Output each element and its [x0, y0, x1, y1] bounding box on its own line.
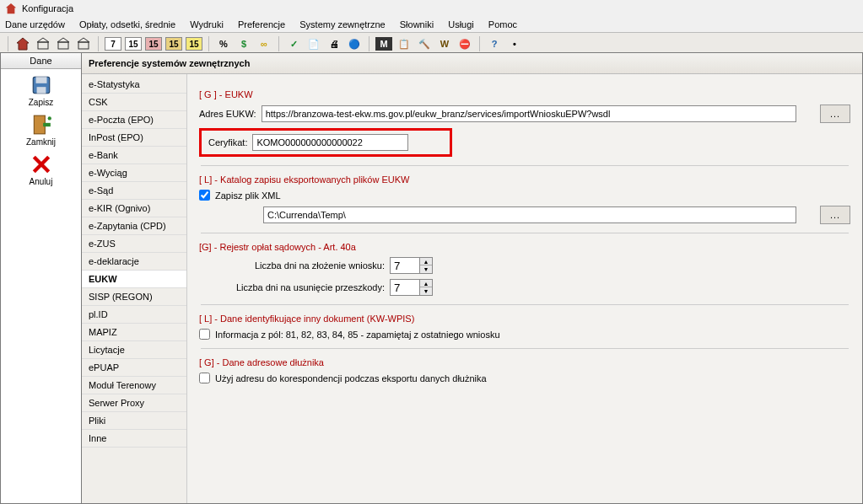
menu-item[interactable]: Systemy zewnętrzne [299, 19, 385, 29]
toolbar-percent-icon[interactable]: % [215, 35, 232, 52]
toolbar-check-icon[interactable]: ✓ [285, 35, 302, 52]
svg-rect-4 [58, 42, 68, 49]
toolbar-num[interactable]: 15 [186, 37, 202, 51]
leftbar-header: Dane [1, 53, 81, 56]
toolbar-infinity-icon[interactable]: ∞ [256, 35, 272, 52]
menu-item[interactable]: Pomoc [488, 19, 517, 29]
toolbar-w-icon[interactable]: W [436, 35, 453, 52]
toolbar-num[interactable]: 15 [125, 37, 142, 51]
app-icon [5, 3, 17, 14]
menu-item[interactable]: Dane urzędów [5, 19, 65, 29]
toolbar-bank-icon[interactable] [35, 35, 51, 52]
menu-item[interactable]: Preferencje [238, 19, 285, 29]
toolbar-print-icon[interactable]: 🖨 [326, 35, 343, 52]
toolbar-num[interactable]: 15 [145, 37, 162, 51]
left-action-bar: Dane Zapisz Zamknij Anuluj [0, 52, 82, 56]
toolbar-stop-icon[interactable]: ⛔ [456, 35, 473, 52]
menu-item[interactable]: Usługi [448, 19, 474, 29]
toolbar-page-icon[interactable]: 📄 [305, 35, 322, 52]
svg-marker-1 [17, 38, 29, 50]
toolbar-help-icon[interactable]: ? [486, 35, 503, 52]
toolbar-home-icon[interactable] [14, 35, 31, 52]
toolbar-hammer-icon[interactable]: 🔨 [416, 35, 433, 52]
menubar: Dane urzędów Opłaty, odsetki, średnie Wy… [0, 17, 863, 32]
svg-marker-0 [6, 3, 16, 13]
toolbar-m-icon[interactable]: M [375, 37, 392, 51]
svg-marker-7 [78, 38, 89, 42]
window-title: Konfiguracja [22, 3, 73, 13]
titlebar: Konfiguracja [0, 0, 863, 17]
menu-item[interactable]: Wydruki [190, 19, 224, 29]
svg-marker-5 [57, 38, 69, 42]
panel-title: Preferencje systemów zewnętrznych [82, 53, 862, 56]
toolbar-num[interactable]: 15 [165, 37, 182, 51]
toolbar-bank3-icon[interactable] [75, 35, 92, 52]
svg-marker-3 [37, 38, 49, 42]
svg-rect-6 [78, 42, 89, 49]
svg-rect-2 [38, 42, 48, 49]
menu-item[interactable]: Opłaty, odsetki, średnie [79, 19, 175, 29]
toolbar-bank2-icon[interactable] [55, 35, 72, 52]
toolbar-clip-icon[interactable]: 📋 [396, 35, 413, 52]
toolbar-num[interactable]: 7 [105, 37, 121, 51]
toolbar-circle-icon[interactable]: 🔵 [346, 35, 363, 52]
toolbar-dot-icon[interactable]: • [506, 35, 523, 52]
menu-item[interactable]: Słowniki [400, 19, 434, 29]
toolbar-money-icon[interactable]: $ [235, 35, 252, 52]
